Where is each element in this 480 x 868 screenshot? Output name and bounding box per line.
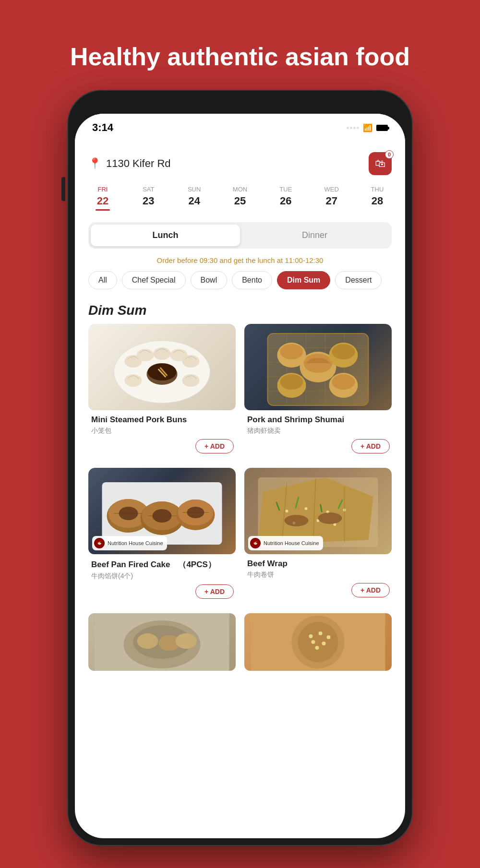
date-item-wed[interactable]: WED 27 xyxy=(317,186,346,211)
battery-icon xyxy=(376,125,388,131)
svg-point-31 xyxy=(332,374,355,390)
phone-shell: 3:14 📶 📍 xyxy=(67,90,413,846)
food-image-0 xyxy=(88,324,236,410)
category-chef-special[interactable]: Chef Special xyxy=(122,271,186,289)
address-text[interactable]: 1130 Kifer Rd xyxy=(106,157,171,170)
food-card-bottom-1: Pork and Shrimp Shumai 猪肉虾烧卖 + ADD xyxy=(244,410,392,459)
food-card-1: Pork and Shrimp Shumai 猪肉虾烧卖 + ADD xyxy=(244,324,392,459)
restaurant-name-3: Nutrition House Cuisine xyxy=(264,540,319,546)
status-icons: 📶 xyxy=(347,123,388,132)
food-name-cn-2: 牛肉馅饼(4个) xyxy=(90,572,234,581)
food-card-bottom-2: Beef Pan Fired Cake （4PCS） 牛肉馅饼(4个) + AD… xyxy=(88,554,236,605)
wifi-icon: 📶 xyxy=(363,123,372,132)
category-dim-sum[interactable]: Dim Sum xyxy=(277,271,330,289)
svg-point-9 xyxy=(182,355,200,368)
restaurant-name-2: Nutrition House Cuisine xyxy=(108,540,163,546)
date-number: 26 xyxy=(280,195,291,207)
date-number: 22 xyxy=(97,195,108,207)
svg-point-72 xyxy=(298,622,338,662)
date-number: 25 xyxy=(234,195,246,207)
date-day-label: SAT xyxy=(143,186,154,193)
svg-point-44 xyxy=(187,507,204,518)
svg-point-43 xyxy=(153,509,172,523)
svg-point-25 xyxy=(280,344,303,359)
peek-image-right xyxy=(244,613,392,671)
signal-icon xyxy=(347,127,359,129)
meal-btn-dinner[interactable]: Dinner xyxy=(240,225,389,246)
food-card-bottom-3: Beef Wrap 牛肉卷饼 + ADD xyxy=(244,554,392,603)
date-number: 23 xyxy=(143,195,154,207)
date-day-label: THU xyxy=(371,186,384,193)
date-item-thu[interactable]: THU 28 xyxy=(363,186,392,211)
date-number: 28 xyxy=(372,195,383,207)
restaurant-badge-3: 🍜 Nutrition House Cuisine xyxy=(248,536,323,550)
food-card-0: Mini Steamed Pork Buns 小笼包 + ADD xyxy=(88,324,236,459)
food-name-3: Beef Wrap xyxy=(246,559,390,569)
date-item-fri[interactable]: FRI 22 xyxy=(88,186,117,211)
restaurant-badge-2: 🍜 Nutrition House Cuisine xyxy=(92,536,167,550)
page-headline: Healthy authentic asian food xyxy=(41,43,439,90)
category-pills: All Chef Special Bowl Bento Dim Sum Dess… xyxy=(88,271,392,293)
svg-point-2 xyxy=(148,363,177,380)
svg-point-63 xyxy=(318,512,342,524)
restaurant-logo-2: 🍜 xyxy=(94,538,105,548)
svg-point-6 xyxy=(137,349,154,361)
date-day-label: WED xyxy=(324,186,338,193)
svg-point-29 xyxy=(280,374,303,390)
date-item-mon[interactable]: MON 25 xyxy=(226,186,254,211)
section-title: Dim Sum xyxy=(88,295,392,324)
food-name-cn-1: 猪肉虾烧卖 xyxy=(246,427,390,435)
cart-icon: 🛍 xyxy=(375,157,385,170)
svg-point-74 xyxy=(319,631,323,635)
status-bar: 3:14 📶 xyxy=(75,114,405,143)
meal-btn-lunch[interactable]: Lunch xyxy=(91,225,240,246)
category-bowl[interactable]: Bowl xyxy=(191,271,228,289)
address-bar: 📍 1130 Kifer Rd 🛍 0 xyxy=(88,143,392,182)
svg-point-77 xyxy=(322,642,326,645)
address-left: 📍 1130 Kifer Rd xyxy=(88,157,171,170)
add-button-2[interactable]: + ADD xyxy=(195,584,234,599)
date-day-label: FRI xyxy=(98,186,108,193)
svg-point-53 xyxy=(305,507,308,510)
date-item-sun[interactable]: SUN 24 xyxy=(180,186,209,211)
food-name-0: Mini Steamed Pork Buns xyxy=(90,415,234,425)
svg-point-75 xyxy=(327,635,331,639)
order-notice: Order before 09:30 and get the lunch at … xyxy=(88,254,392,271)
category-all[interactable]: All xyxy=(88,271,117,289)
peek-image-left xyxy=(88,613,236,671)
food-name-1: Pork and Shrimp Shumai xyxy=(246,415,390,425)
date-number: 24 xyxy=(188,195,200,207)
date-day-label: TUE xyxy=(279,186,292,193)
location-icon: 📍 xyxy=(88,157,101,170)
date-item-sat[interactable]: SAT 23 xyxy=(134,186,163,211)
food-image-3: 🍜 Nutrition House Cuisine xyxy=(244,468,392,554)
category-dessert[interactable]: Dessert xyxy=(335,271,382,289)
food-grid: Mini Steamed Pork Buns 小笼包 + ADD xyxy=(88,324,392,613)
date-number: 27 xyxy=(325,195,337,207)
category-bento[interactable]: Bento xyxy=(232,271,272,289)
phone-notch xyxy=(75,97,405,114)
svg-point-52 xyxy=(286,510,288,512)
date-item-tue[interactable]: TUE 26 xyxy=(271,186,300,211)
date-day-label: MON xyxy=(233,186,247,193)
svg-point-10 xyxy=(125,374,142,387)
add-button-1[interactable]: + ADD xyxy=(351,439,390,453)
add-button-3[interactable]: + ADD xyxy=(351,583,390,597)
app-content: 📍 1130 Kifer Rd 🛍 0 FRI 22 xyxy=(75,143,405,676)
svg-point-62 xyxy=(285,515,309,526)
svg-point-73 xyxy=(309,634,313,638)
food-card-bottom-0: Mini Steamed Pork Buns 小笼包 + ADD xyxy=(88,410,236,459)
svg-point-76 xyxy=(312,640,315,644)
food-card-3: 🍜 Nutrition House Cuisine Beef Wrap 牛肉卷饼… xyxy=(244,468,392,605)
food-image-2: 🍜 Nutrition House Cuisine xyxy=(88,468,236,554)
food-card-2: 🍜 Nutrition House Cuisine Beef Pan Fired… xyxy=(88,468,236,605)
svg-point-67 xyxy=(137,633,158,649)
svg-point-7 xyxy=(154,347,171,360)
cart-button[interactable]: 🛍 0 xyxy=(369,152,392,175)
add-button-0[interactable]: + ADD xyxy=(195,439,234,453)
date-day-label: SUN xyxy=(188,186,201,193)
svg-point-78 xyxy=(315,646,319,650)
svg-point-27 xyxy=(332,344,355,359)
food-name-cn-0: 小笼包 xyxy=(90,427,234,435)
svg-point-69 xyxy=(176,633,197,649)
